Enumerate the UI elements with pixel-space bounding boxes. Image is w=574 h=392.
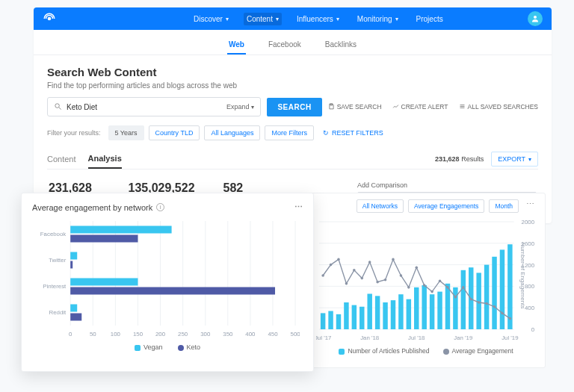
nav-item-influencers[interactable]: Influencers▾ <box>294 13 342 25</box>
create-alert-button[interactable]: CREATE ALERT <box>392 103 448 111</box>
svg-point-51 <box>361 277 364 280</box>
network-chart: 050100150200250300350400450500FacebookTw… <box>35 218 300 339</box>
svg-text:0: 0 <box>69 331 72 337</box>
compare-label: Add Comparison <box>357 181 537 189</box>
ts-filter-pill[interactable]: All Networks <box>357 199 404 213</box>
legend-item: Vegan <box>135 343 163 351</box>
more-icon[interactable]: ⋯ <box>294 202 303 212</box>
svg-point-64 <box>462 286 465 289</box>
svg-rect-35 <box>430 294 434 329</box>
subtab-facebook[interactable]: Facebook <box>267 36 303 55</box>
svg-text:100: 100 <box>111 331 121 337</box>
search-actions: SAVE SEARCH CREATE ALERT ALL SAVED SEARC… <box>328 103 538 111</box>
nav-label: Influencers <box>297 15 333 23</box>
svg-rect-44 <box>500 249 504 329</box>
svg-point-66 <box>478 301 481 304</box>
svg-text:400: 400 <box>245 331 256 337</box>
filter-pill[interactable]: All Languages <box>204 125 260 140</box>
svg-point-63 <box>454 296 457 299</box>
svg-rect-4 <box>330 104 333 105</box>
subtab-web[interactable]: Web <box>227 36 246 55</box>
svg-rect-105 <box>70 279 138 286</box>
all-saved-button[interactable]: ALL SAVED SEARCHES <box>459 103 538 111</box>
svg-rect-28 <box>375 296 380 329</box>
tab-analysis[interactable]: Analysis <box>88 149 122 169</box>
svg-rect-22 <box>328 311 333 329</box>
user-avatar[interactable] <box>528 11 543 26</box>
svg-point-48 <box>337 258 340 261</box>
expand-toggle[interactable]: Expand ▾ <box>226 103 255 111</box>
filters-row: Filter your results: 5 YearsCountry TLDA… <box>47 125 538 140</box>
svg-rect-38 <box>453 287 457 329</box>
svg-point-2 <box>55 103 60 108</box>
filter-pill[interactable]: Country TLD <box>149 125 200 140</box>
chart-icon <box>392 103 399 111</box>
svg-rect-109 <box>70 314 81 321</box>
subtab-backlinks[interactable]: Backlinks <box>324 36 358 55</box>
filters-label: Filter your results: <box>47 129 101 137</box>
save-search-button[interactable]: SAVE SEARCH <box>328 103 382 111</box>
svg-text:Facebook: Facebook <box>40 231 67 237</box>
svg-point-1 <box>534 16 537 19</box>
svg-point-53 <box>376 281 379 284</box>
svg-text:500: 500 <box>291 331 300 337</box>
search-input-wrap[interactable]: Expand ▾ <box>47 97 261 116</box>
nav-item-content[interactable]: Content▾ <box>244 13 282 25</box>
svg-rect-108 <box>70 305 77 312</box>
svg-rect-42 <box>484 265 489 329</box>
svg-text:350: 350 <box>223 331 233 337</box>
svg-text:Pinterest: Pinterest <box>43 283 67 290</box>
content-type-tabs: WebFacebookBacklinks <box>34 30 552 55</box>
timeseries-legend: Number of Articles Published Average Eng… <box>315 347 537 355</box>
tab-content[interactable]: Content <box>47 150 76 168</box>
svg-rect-30 <box>391 300 395 329</box>
svg-point-50 <box>353 269 356 272</box>
svg-text:Reddit: Reddit <box>49 309 67 316</box>
svg-rect-102 <box>70 252 77 260</box>
reset-filters-label: RESET FILTERS <box>332 129 383 137</box>
reset-filters-button[interactable]: ↻ RESET FILTERS <box>323 129 383 137</box>
filter-pill[interactable]: More Filters <box>265 125 314 140</box>
ts-filter-pill[interactable]: Month <box>489 199 519 213</box>
brand-logo-icon <box>43 12 56 25</box>
svg-rect-103 <box>70 261 72 269</box>
network-legend: Vegan Keto <box>32 343 303 351</box>
search-button[interactable]: SEARCH <box>267 98 321 116</box>
ts-filter-pill[interactable]: Average Engagements <box>408 199 484 213</box>
chevron-down-icon: ▾ <box>336 16 339 22</box>
info-icon[interactable]: i <box>156 203 164 211</box>
svg-rect-39 <box>461 270 466 329</box>
svg-line-3 <box>59 107 61 109</box>
svg-point-60 <box>430 290 433 293</box>
timeseries-card: All NetworksAverage EngagementsMonth ⋯ 0… <box>306 193 546 368</box>
top-nav: Discover▾Content▾Influencers▾Monitoring▾… <box>191 13 446 25</box>
svg-rect-23 <box>336 314 341 329</box>
svg-rect-32 <box>407 299 411 329</box>
list-icon <box>459 103 466 111</box>
filter-pill[interactable]: 5 Years <box>108 125 144 140</box>
nav-item-monitoring[interactable]: Monitoring▾ <box>354 13 401 25</box>
svg-point-47 <box>330 264 333 267</box>
search-icon <box>54 102 62 112</box>
search-input[interactable] <box>67 103 226 111</box>
save-icon <box>328 103 335 111</box>
export-button[interactable]: EXPORT ▾ <box>491 152 538 167</box>
svg-point-57 <box>407 286 410 289</box>
more-icon[interactable]: ⋯ <box>523 199 537 213</box>
nav-item-discover[interactable]: Discover▾ <box>191 13 232 25</box>
svg-text:300: 300 <box>200 331 211 337</box>
legend-item: Average Engagement <box>443 347 513 355</box>
app-shell: Discover▾Content▾Influencers▾Monitoring▾… <box>34 7 552 223</box>
svg-text:50: 50 <box>90 331 96 337</box>
svg-rect-24 <box>344 302 348 329</box>
svg-text:Jan '18: Jan '18 <box>360 335 380 341</box>
page-title: Search Web Content <box>47 66 538 78</box>
nav-label: Projects <box>416 15 443 23</box>
network-card-title: Average engagement by network i <box>32 203 164 212</box>
nav-label: Discover <box>194 15 223 23</box>
save-search-label: SAVE SEARCH <box>337 103 382 111</box>
svg-rect-45 <box>507 244 512 329</box>
export-label: EXPORT <box>498 155 525 163</box>
svg-point-70 <box>509 317 512 320</box>
nav-item-projects[interactable]: Projects <box>413 13 446 25</box>
